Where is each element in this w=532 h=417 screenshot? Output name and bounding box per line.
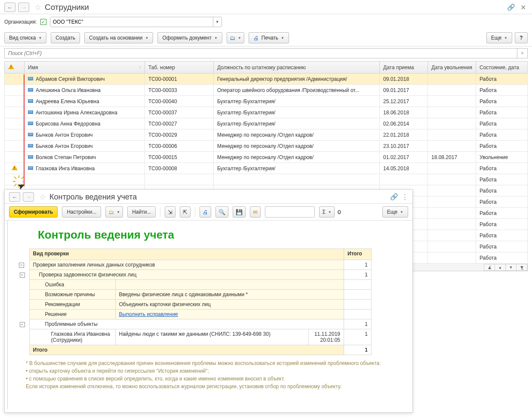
org-select[interactable]: ▼ (50, 17, 222, 27)
settings-button[interactable]: Настройки... (62, 206, 101, 218)
nav-forward-button[interactable]: → (18, 3, 29, 12)
table-row[interactable]: Бычков Антон ЕгоровичТС00-00029Менеджер … (5, 129, 528, 141)
row-problems[interactable]: Проблемные объекты (29, 319, 344, 329)
create-doc-button[interactable]: Оформить документ ▼ (157, 32, 222, 43)
more-button[interactable]: Еще ▼ (486, 32, 512, 43)
cell-state: Работа (476, 252, 528, 264)
cell-tab (145, 174, 214, 185)
tree-collapse-icon[interactable]: − (20, 322, 25, 327)
obj-total: 1 (344, 329, 372, 345)
report-table: Вид проверки Итого − Проверки заполнения… (15, 248, 372, 355)
assign-icon: 🗂 (230, 35, 235, 41)
col-head-pos[interactable]: Должность по штатному расписанию (214, 61, 380, 74)
assign-button[interactable]: 🗂 ▼ (227, 32, 244, 43)
org-filter-row: Организация: ✓ ▼ (0, 14, 532, 30)
col-head-state[interactable]: Состояние, дата (476, 61, 528, 74)
org-checkbox[interactable]: ✓ (40, 19, 46, 25)
table-row[interactable]: Глазкова Инга ИвановнаТС00-00008Бухгалте… (5, 163, 528, 174)
expand-all-button[interactable]: ⇲ (165, 206, 175, 218)
table-row[interactable]: Андреева Елена ЮрьевнаТС00-00040Бухгалте… (5, 96, 528, 107)
scroll-top-page-button[interactable]: ▲̄ (484, 264, 495, 271)
table-row[interactable]: Алешкина Ольга ИвановнаТС00-00033Операто… (5, 85, 528, 96)
save-report-button[interactable]: 💾 (233, 206, 246, 218)
tree-collapse-icon[interactable]: − (19, 263, 24, 268)
scroll-up-button[interactable]: ▲ (495, 264, 506, 271)
fix-link[interactable]: Выполнить исправление (119, 311, 178, 317)
cell-tab: ТС00-00027 (145, 118, 214, 129)
cell-tab: ТС00-00040 (145, 96, 214, 107)
win2-menu-icon[interactable]: ⋮ (402, 193, 408, 201)
cell-fire (428, 185, 476, 196)
print-button[interactable]: 🖨 Печать ▼ (249, 32, 289, 43)
cell-name: Бычков Антон Егорович (25, 129, 145, 141)
win2-more-button[interactable]: Еще ▼ (382, 206, 408, 218)
table-row[interactable]: Волков Степан ПетровичТС00-00015Менеджер… (5, 152, 528, 163)
expand-icon: ⇲ (168, 209, 172, 215)
win2-back-button[interactable]: ← (9, 192, 20, 202)
cell-state: Работа (476, 241, 528, 252)
favorite-star-icon[interactable]: ☆ (34, 3, 41, 12)
col-head-name[interactable]: Имя ↓ (25, 61, 145, 74)
view-type-button[interactable]: Вид списка ▼ (4, 32, 46, 43)
search-box[interactable]: × (4, 48, 528, 58)
search-input[interactable] (5, 50, 517, 56)
cell-state: Работа (476, 129, 528, 141)
row-checks-group[interactable]: Проверки заполнения личных данных сотруд… (29, 260, 344, 270)
scroll-bottom-page-button[interactable]: ▼̲ (516, 264, 527, 271)
table-row[interactable]: Абрамов Сергей ВикторовичТС00-00001Генер… (5, 74, 528, 85)
row-dup-total: 1 (344, 270, 372, 280)
cell-hire: 14.05.2018 (380, 163, 428, 174)
employee-icon (28, 77, 33, 80)
scroll-down-button[interactable]: ▼ (505, 264, 517, 271)
table-row[interactable]: Борисова Анна ФедоровнаТС00-00027Бухгалт… (5, 118, 528, 129)
create-button[interactable]: Создать (51, 32, 80, 43)
employee-icon (28, 166, 33, 170)
org-dropdown-button[interactable]: ▼ (213, 17, 221, 27)
win2-star-icon[interactable]: ☆ (39, 192, 46, 202)
close-button[interactable]: ✕ (519, 3, 528, 12)
collapse-icon: ⇱ (183, 209, 188, 215)
preview-button[interactable]: 🔍 (215, 206, 228, 218)
win2-forward-button[interactable]: → (23, 192, 34, 202)
cell-fire (428, 129, 476, 141)
col-head-hire[interactable]: Дата приема (380, 61, 428, 74)
search-clear-button[interactable]: × (517, 49, 527, 58)
number-input[interactable] (265, 206, 315, 218)
row-dup-check[interactable]: Проверка задвоенности физических лиц (29, 270, 344, 280)
help-button[interactable]: ? (515, 32, 528, 43)
cell-name: Волков Степан Петрович (25, 152, 145, 163)
find-button[interactable]: Найти... (127, 206, 156, 218)
win2-link-icon[interactable]: 🔗 (390, 193, 398, 201)
print-report-button[interactable]: 🖨 (200, 206, 211, 218)
col-label: Имя (28, 64, 38, 71)
form-button[interactable]: Сформировать (9, 206, 58, 218)
cell-pos: Бухгалтер /Бухгалтерия/ (214, 163, 380, 174)
caret-down-icon: ▼ (145, 36, 148, 40)
employee-icon (28, 99, 33, 103)
cell-pos: Бухгалтер /Бухгалтерия/ (214, 96, 380, 107)
obj-name[interactable]: Глазкова Инга Ивановна (Сотрудники) (29, 329, 115, 345)
table-row[interactable]: Антошкина Ирина АлександровнаТС00-00037Б… (5, 107, 528, 118)
row-reasons-label: Возможные причины (29, 290, 115, 300)
th-total[interactable]: Итого (344, 249, 372, 260)
variants-button[interactable]: 🗂 ▼ (105, 206, 123, 218)
org-input[interactable] (50, 19, 213, 25)
col-head-tab[interactable]: Таб. номер (145, 61, 214, 74)
table-row[interactable]: Работа (5, 174, 528, 185)
cell-state: Работа (476, 219, 528, 230)
email-button[interactable]: ✉ (250, 206, 261, 218)
link-icon[interactable]: 🔗 (507, 3, 515, 11)
cell-tab: ТС00-00008 (145, 163, 214, 174)
tree-collapse-icon[interactable]: − (20, 273, 25, 278)
win2-header: ← → ☆ Контроль ведения учета 🔗 ⋮ (5, 190, 412, 204)
table-row[interactable]: Бычков Антон ЕгоровичТС00-00006Менеджер … (5, 141, 528, 152)
sum-button[interactable]: Σ ▼ (319, 206, 334, 218)
collapse-all-button[interactable]: ⇱ (180, 206, 191, 218)
create-based-button[interactable]: Создать на основании ▼ (84, 32, 153, 43)
employee-icon (28, 133, 33, 136)
nav-back-button[interactable]: ← (4, 3, 15, 12)
search-row: × (0, 46, 532, 61)
th-kind[interactable]: Вид проверки (29, 249, 344, 260)
col-head-fire[interactable]: Дата увольнения (428, 61, 476, 74)
col-head-warn[interactable] (5, 61, 25, 74)
